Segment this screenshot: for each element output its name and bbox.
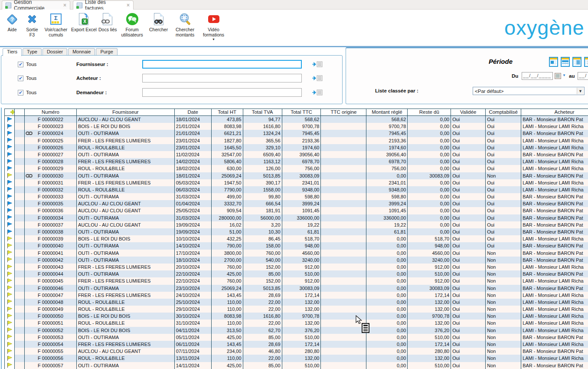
tab-tiers[interactable]: Tiers bbox=[3, 48, 22, 56]
table-row[interactable]: F 00000041OUTI - OUTIRAMA17/10/20243800,… bbox=[5, 250, 588, 257]
table-row[interactable]: F 00000033OUTI - OUTIRAMA31/03/2024499,0… bbox=[5, 193, 588, 200]
table-row[interactable]: F 00000022AUCLOU - AU CLOU GEANT18/01/20… bbox=[5, 116, 588, 123]
column-header-date[interactable]: Date bbox=[175, 109, 212, 115]
table-row[interactable]: F 00000053OUTI - OUTIRAMA05/11/2024425,0… bbox=[5, 334, 588, 341]
column-header-total_ht[interactable]: Total HT bbox=[212, 109, 243, 115]
dropdown-arrow-icon[interactable]: ▼ bbox=[577, 88, 584, 94]
table-row[interactable]: F 00000052BOIS - LE ROI DU BOIS04/11/202… bbox=[5, 327, 588, 334]
column-header-reste_du[interactable]: Reste dû bbox=[408, 109, 451, 115]
column-header-acheteur[interactable]: Acheteur bbox=[521, 109, 588, 115]
date-picker-arrow-icon[interactable]: ▼ bbox=[562, 73, 566, 77]
cell-acheteur: LAMI - Monsieur LAMI Richa bbox=[521, 186, 588, 193]
cell-date: 18/01/2024 bbox=[175, 116, 212, 123]
column-header-ttc_origine[interactable]: TTC origine bbox=[321, 109, 366, 115]
table-row[interactable]: F 00000039BOIS - LE ROI DU BOIS10/10/202… bbox=[5, 235, 588, 242]
table-row[interactable]: F 00000040OUTI - OUTIRAMA14/10/2024790,0… bbox=[5, 242, 588, 249]
column-header-montant_regle[interactable]: Montant réglé bbox=[366, 109, 408, 115]
cell-fournisseur: FRER - LES FRERES LUMIERES bbox=[77, 264, 175, 270]
table-row[interactable]: F 00000028FRER - LES FRERES LUMIERES14/0… bbox=[5, 158, 588, 165]
cell-spacer bbox=[15, 123, 25, 130]
tab-liste-des-factures[interactable]: Liste des factures × bbox=[73, 0, 134, 10]
date-from-input[interactable]: __/__/____ bbox=[522, 72, 553, 80]
demandeur-input[interactable] bbox=[142, 88, 302, 97]
table-row[interactable]: F 00000030OUTI - OUTIRAMA18/01/202425069… bbox=[5, 172, 588, 179]
calendar-month-button[interactable] bbox=[572, 57, 581, 67]
close-icon[interactable]: × bbox=[127, 2, 130, 8]
tab-purge[interactable]: Purge bbox=[96, 48, 117, 56]
video-formations-button[interactable]: Vidéo formations ▼ bbox=[200, 12, 227, 41]
column-header-validee[interactable]: Validée bbox=[451, 109, 486, 115]
forum-utilisateurs-button[interactable]: Forum utilisateurs bbox=[119, 12, 146, 37]
table-row[interactable]: F 00000044OUTI - OUTIRAMA22/10/2024425,0… bbox=[5, 270, 588, 277]
acheteur-input[interactable] bbox=[142, 74, 302, 82]
date-to-input[interactable]: __/ bbox=[578, 72, 588, 80]
column-header-flag[interactable]: ✚▼ bbox=[5, 109, 15, 115]
tab-dossier[interactable]: Dossier bbox=[42, 48, 67, 56]
chevron-down-icon[interactable]: ▼ bbox=[212, 38, 215, 41]
cell-total_ttc: 132,00 bbox=[282, 355, 321, 362]
table-row[interactable]: F 00000038OUTI - OUTIRAMA19/09/202451,00… bbox=[5, 228, 588, 235]
table-row[interactable]: F 00000029ROUL - ROUL&BILLE18/02/2024630… bbox=[5, 165, 588, 172]
table-row[interactable]: F 00000055AUCLOU - AU CLOU GEANT07/11/20… bbox=[5, 348, 588, 355]
open-acheteur-list-icon[interactable] bbox=[312, 75, 323, 81]
column-header-fournisseur[interactable]: Fournisseur bbox=[77, 109, 175, 115]
table-row[interactable]: F 00000024OUTI - OUTIRAMA21/01/20246621,… bbox=[5, 130, 588, 137]
tous-acheteur-checkbox[interactable]: ✔ bbox=[18, 76, 23, 81]
date-picker-icon[interactable] bbox=[555, 73, 561, 79]
table-row[interactable]: F 00000026ROUL - ROUL&BILLE23/01/2024164… bbox=[5, 144, 588, 151]
table-row[interactable]: F 00000057OUTI - OUTIRAMA14/11/2024425,0… bbox=[5, 362, 588, 369]
table-row[interactable]: F 00000056ROUL - ROUL&BILLE13/11/2024110… bbox=[5, 355, 588, 362]
open-demandeur-list-icon[interactable] bbox=[312, 89, 323, 96]
cell-ttc_origine bbox=[321, 144, 366, 151]
table-row[interactable]: F 00000045FRER - LES FRERES LUMIERES22/1… bbox=[5, 277, 588, 284]
table-row[interactable]: F 00000051ROUL - ROUL&BILLE31/10/2024110… bbox=[5, 320, 588, 326]
docs-lies-button[interactable]: Docs liés bbox=[98, 12, 117, 32]
chercher-montants-button[interactable]: Chercher montants bbox=[172, 12, 199, 37]
cell-montant_regle: 336000,00 bbox=[366, 214, 408, 221]
sort-dropdown[interactable]: <Par défaut> ▼ bbox=[473, 87, 585, 95]
oxygene-logo: oxygène bbox=[504, 16, 585, 40]
table-row[interactable]: F 00000046OUTI - OUTIRAMA23/10/202425069… bbox=[5, 285, 588, 292]
table-row[interactable]: F 00000043FRER - LES FRERES LUMIERES20/1… bbox=[5, 264, 588, 270]
column-header-total_ttc[interactable]: Total TTC bbox=[282, 109, 321, 115]
table-row[interactable]: F 00000025FRER - LES FRERES LUMIERES23/0… bbox=[5, 137, 588, 144]
tab-monnaie[interactable]: Monnaie bbox=[68, 48, 95, 56]
cell-fournisseur: FRER - LES FRERES LUMIERES bbox=[77, 179, 175, 186]
tous-fournisseur-checkbox[interactable]: ✔ bbox=[18, 62, 23, 67]
table-row[interactable]: F 00000037AUCLOU - AU CLOU GEANT19/09/20… bbox=[5, 221, 588, 228]
tous-demandeur-checkbox[interactable]: ✔ bbox=[18, 90, 23, 96]
table-row[interactable]: F 00000036AUCLOU - AU CLOU GEANT25/05/20… bbox=[5, 207, 588, 214]
table-row[interactable]: F 00000027OUTI - OUTIRAMA11/02/202432547… bbox=[5, 151, 588, 158]
chercher-button[interactable]: Chercher bbox=[147, 12, 170, 32]
column-header-comptabilise[interactable]: Comptabilisé bbox=[486, 109, 521, 115]
column-header-total_tva[interactable]: Total TVA bbox=[243, 109, 282, 115]
table-row[interactable]: F 00000034OUTI - OUTIRAMA31/03/202428000… bbox=[5, 214, 588, 221]
table-row[interactable]: F 00000031FRER - LES FRERES LUMIERES05/0… bbox=[5, 179, 588, 186]
tab-type[interactable]: Type bbox=[23, 48, 42, 56]
calendar-week-button[interactable] bbox=[561, 57, 570, 67]
table-row[interactable]: F 00000047FRER - LES FRERES LUMIERES24/1… bbox=[5, 292, 588, 299]
table-row[interactable]: F 00000023BOIS - LE ROI DU BOIS21/01/202… bbox=[5, 123, 588, 130]
table-row[interactable]: F 00000042OUTI - OUTIRAMA18/10/20242700,… bbox=[5, 257, 588, 264]
table-row[interactable]: F 00000048ROUL - ROUL&BILLE25/10/2024110… bbox=[5, 299, 588, 306]
cell-flag bbox=[5, 264, 15, 270]
cell-numero: F 00000028 bbox=[25, 158, 77, 165]
export-excel-button[interactable]: X Export Excel bbox=[71, 12, 97, 32]
voir-cacher-cumuls-button[interactable]: Σ Voir/cacher cumuls bbox=[42, 12, 69, 37]
calendar-day-button[interactable] bbox=[549, 57, 558, 67]
table-row[interactable]: F 00000032ROUL - ROUL&BILLE06/03/2024779… bbox=[5, 186, 588, 193]
calendar-year-button[interactable]: 3 bbox=[584, 57, 588, 67]
aide-button[interactable]: ? Aide bbox=[3, 12, 22, 32]
open-fournisseur-list-icon[interactable] bbox=[312, 61, 323, 67]
table-row[interactable]: F 00000049ROUL - ROUL&BILLE29/10/2024110… bbox=[5, 306, 588, 313]
column-header-spacer[interactable] bbox=[15, 109, 25, 115]
close-icon[interactable]: × bbox=[63, 2, 66, 8]
column-header-numero[interactable]: Numéro bbox=[25, 109, 77, 115]
sortie-f3-button[interactable]: Sortie F3 bbox=[23, 12, 41, 37]
table-row[interactable]: F 00000054FRER - LES FRERES LUMIERES06/1… bbox=[5, 341, 588, 348]
tab-gestion-commerciale[interactable]: Gestion Commerciale × bbox=[2, 0, 70, 10]
table-row[interactable]: F 00000035AUCLOU - AU CLOU GEANT01/04/20… bbox=[5, 200, 588, 207]
cell-spacer bbox=[15, 158, 25, 165]
table-row[interactable]: F 00000050BOIS - LE ROI DU BOIS30/10/202… bbox=[5, 313, 588, 320]
fournisseur-input[interactable] bbox=[142, 60, 302, 69]
